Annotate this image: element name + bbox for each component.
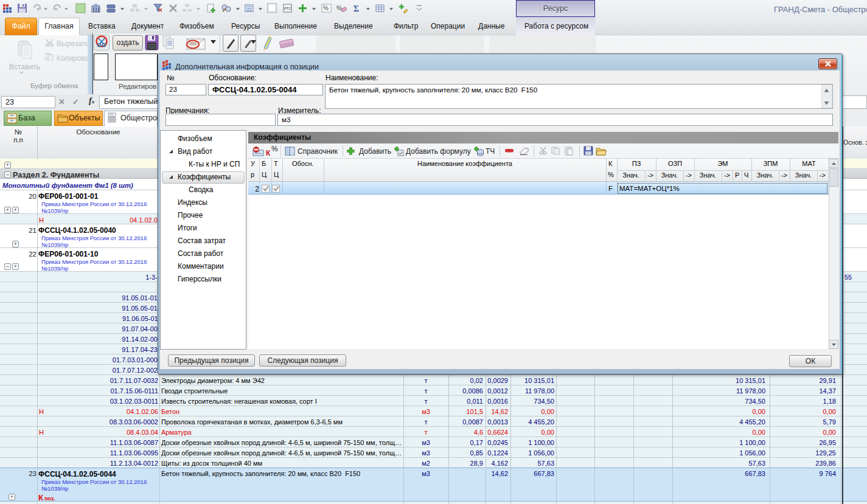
svg-text:%: %	[323, 5, 329, 12]
svg-text:%: %	[336, 5, 342, 12]
svg-text:РТС: РТС	[284, 7, 291, 10]
svg-text:Σ: Σ	[353, 4, 359, 13]
